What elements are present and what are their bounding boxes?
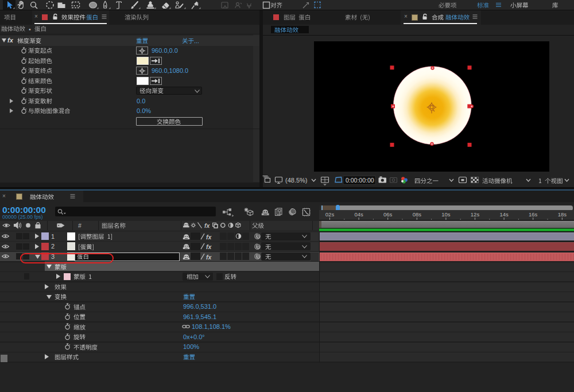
svg-text:16s: 16s: [529, 211, 538, 218]
svg-text:#: #: [78, 222, 82, 229]
svg-text:fx: fx: [206, 233, 212, 240]
svg-text:fx: fx: [206, 243, 212, 250]
svg-text:06s: 06s: [383, 211, 393, 218]
svg-text:fx: fx: [206, 253, 212, 260]
svg-text:12s: 12s: [471, 211, 480, 218]
svg-text:02s: 02s: [325, 211, 335, 218]
svg-text:(48.5%): (48.5%): [285, 177, 308, 184]
svg-text:0:00:00:00: 0:00:00:00: [346, 177, 374, 184]
svg-text:18s: 18s: [558, 211, 567, 218]
svg-text:08s: 08s: [413, 211, 422, 218]
svg-text:fx: fx: [204, 222, 210, 229]
svg-text:10s: 10s: [441, 211, 451, 218]
svg-text:14s: 14s: [499, 211, 509, 218]
svg-text:04s: 04s: [354, 211, 363, 218]
